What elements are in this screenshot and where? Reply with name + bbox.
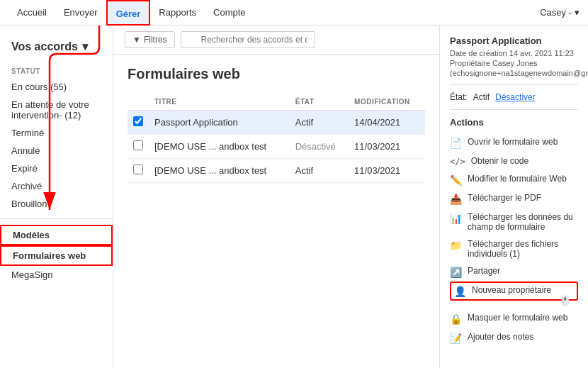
action-download-files[interactable]: 📁 Télécharger des fichiers individuels (… bbox=[450, 235, 578, 262]
col-modification: MODIFICATION bbox=[349, 94, 425, 111]
user-name: Casey - bbox=[540, 7, 572, 18]
row-status: Actif bbox=[290, 159, 349, 183]
sidebar-divider bbox=[0, 218, 113, 219]
panel-divider-2 bbox=[450, 109, 578, 110]
panel-creation-date: Date de création 14 avr. 2021 11:23 bbox=[450, 49, 578, 57]
action-new-owner[interactable]: 👤 Nouveau propriétaire 🖱️ bbox=[450, 281, 578, 301]
panel-divider-1 bbox=[450, 84, 578, 85]
cursor-icon: 🖱️ bbox=[559, 295, 571, 306]
content-title: Formulaires web bbox=[128, 66, 425, 82]
sidebar: Vos accords ▾ STATUT En cours (55) En at… bbox=[0, 26, 113, 368]
table-row[interactable]: Passport Application Actif 14/04/2021 bbox=[128, 111, 425, 135]
sidebar-item-expire[interactable]: Expiré bbox=[0, 160, 113, 177]
action-hide-form[interactable]: 🔒 Masquer le formulaire web bbox=[450, 309, 578, 328]
content-toolbar: ▼ Filtres 🔍 bbox=[113, 26, 439, 55]
action-label: Télécharger le PDF bbox=[468, 193, 541, 203]
sidebar-title-text: Vos accords bbox=[11, 40, 78, 53]
table-header-row: TITRE ÉTAT MODIFICATION bbox=[128, 94, 425, 111]
panel-status-label: État: bbox=[450, 92, 468, 102]
filter-button[interactable]: ▼ Filtres bbox=[125, 31, 175, 48]
table-row[interactable]: [DEMO USE ... andbox test Désactivé 11/0… bbox=[128, 135, 425, 159]
col-checkbox bbox=[128, 94, 149, 111]
panel-title: Passport Application bbox=[450, 35, 578, 46]
sidebar-item-attente[interactable]: En attente de votre intervention- (12) bbox=[0, 96, 113, 124]
sidebar-item-megasign[interactable]: MegaSign bbox=[0, 266, 113, 284]
main-layout: Vos accords ▾ STATUT En cours (55) En at… bbox=[0, 26, 588, 368]
action-open-form[interactable]: 📄 Ouvrir le formulaire web bbox=[450, 133, 578, 152]
row-title: Passport Application bbox=[149, 111, 290, 135]
owner-icon: 👤 bbox=[454, 286, 466, 297]
sidebar-item-archive[interactable]: Archivé bbox=[0, 177, 113, 195]
pdf-icon: 📥 bbox=[450, 194, 462, 205]
action-share[interactable]: ↗️ Partager bbox=[450, 262, 578, 281]
filter-label: Filtres bbox=[144, 35, 167, 45]
sidebar-item-modeles[interactable]: Modèles bbox=[0, 225, 113, 245]
filter-icon: ▼ bbox=[132, 35, 141, 45]
table-row[interactable]: [DEMO USE ... andbox test Actif 11/03/20… bbox=[128, 159, 425, 183]
data-icon: 📊 bbox=[450, 213, 462, 224]
sidebar-status-label: STATUT bbox=[0, 62, 113, 78]
action-label: Partager bbox=[468, 266, 500, 276]
nav-gerer[interactable]: Gérer bbox=[106, 0, 151, 26]
share-icon: ↗️ bbox=[450, 267, 462, 278]
action-label: Obtenir le code bbox=[471, 156, 528, 166]
action-edit-form[interactable]: ✏️ Modifier le formulaire Web bbox=[450, 170, 578, 189]
row-date: 11/03/2021 bbox=[349, 135, 425, 159]
search-input[interactable] bbox=[181, 31, 315, 48]
row-title: [DEMO USE ... andbox test bbox=[149, 159, 290, 183]
top-navigation: Accueil Envoyer Gérer Rapports Compte Ca… bbox=[0, 0, 588, 26]
row-status: Désactivé bbox=[290, 135, 349, 159]
row-checkbox[interactable] bbox=[128, 159, 149, 183]
panel-owner: Propriétaire Casey Jones bbox=[450, 59, 578, 67]
action-label: Télécharger des fichiers individuels (1) bbox=[468, 239, 578, 259]
action-add-notes[interactable]: 📝 Ajouter des notes bbox=[450, 328, 578, 347]
actions-title: Actions bbox=[450, 117, 578, 128]
code-icon: </> bbox=[450, 157, 465, 167]
row-title: [DEMO USE ... andbox test bbox=[149, 135, 290, 159]
notes-icon: 📝 bbox=[450, 333, 462, 344]
col-titre: TITRE bbox=[149, 94, 290, 111]
action-label: Nouveau propriétaire bbox=[472, 285, 551, 295]
action-label: Modifier le formulaire Web bbox=[468, 174, 567, 184]
action-label: Télécharger les données du champ de form… bbox=[468, 212, 578, 232]
action-download-data[interactable]: 📊 Télécharger les données du champ de fo… bbox=[450, 208, 578, 235]
edit-icon: ✏️ bbox=[450, 174, 462, 186]
chevron-down-icon: ▾ bbox=[575, 7, 579, 18]
row-checkbox[interactable] bbox=[128, 135, 149, 159]
row-checkbox[interactable] bbox=[128, 111, 149, 135]
files-icon: 📁 bbox=[450, 240, 462, 251]
search-wrapper: 🔍 bbox=[181, 31, 428, 48]
row-date: 14/04/2021 bbox=[349, 111, 425, 135]
deactivate-button[interactable]: Désactiver bbox=[495, 92, 536, 102]
sidebar-item-formulaires[interactable]: Formulaires web bbox=[0, 245, 113, 266]
content-area: ▼ Filtres 🔍 Formulaires web TITRE ÉTAT M… bbox=[113, 26, 439, 368]
row-date: 11/03/2021 bbox=[349, 159, 425, 183]
panel-owner-email: (echosignone+na1stagenewdomain@gmail.com… bbox=[450, 69, 578, 77]
sidebar-item-encours[interactable]: En cours (55) bbox=[0, 78, 113, 96]
panel-status-value: Actif bbox=[473, 92, 490, 102]
nav-accueil[interactable]: Accueil bbox=[9, 0, 55, 26]
action-label: Ouvrir le formulaire web bbox=[468, 137, 558, 147]
row-status: Actif bbox=[290, 111, 349, 135]
action-label: Masquer le formulaire web bbox=[468, 313, 567, 323]
nav-envoyer[interactable]: Envoyer bbox=[55, 0, 106, 26]
sidebar-title[interactable]: Vos accords ▾ bbox=[0, 34, 113, 62]
sidebar-item-brouillon[interactable]: Brouillon bbox=[0, 195, 113, 213]
nav-compte[interactable]: Compte bbox=[205, 0, 254, 26]
right-panel: Passport Application Date de création 14… bbox=[439, 26, 588, 368]
sidebar-item-annule[interactable]: Annulé bbox=[0, 142, 113, 160]
document-icon: 📄 bbox=[450, 138, 462, 149]
panel-status-row: État: Actif Désactiver bbox=[450, 92, 578, 102]
sidebar-item-termine[interactable]: Terminé bbox=[0, 124, 113, 142]
chevron-down-icon: ▾ bbox=[82, 40, 88, 53]
action-download-pdf[interactable]: 📥 Télécharger le PDF bbox=[450, 189, 578, 208]
content-main: Formulaires web TITRE ÉTAT MODIFICATION … bbox=[113, 55, 439, 368]
action-get-code[interactable]: </> Obtenir le code bbox=[450, 152, 578, 170]
nav-rapports[interactable]: Rapports bbox=[150, 0, 205, 26]
col-etat: ÉTAT bbox=[290, 94, 349, 111]
user-menu[interactable]: Casey - ▾ bbox=[540, 7, 579, 18]
nav-links: Accueil Envoyer Gérer Rapports Compte bbox=[9, 0, 254, 26]
hide-icon: 🔒 bbox=[450, 313, 462, 325]
action-label: Ajouter des notes bbox=[468, 332, 533, 342]
web-forms-table: TITRE ÉTAT MODIFICATION Passport Applica… bbox=[128, 94, 425, 183]
